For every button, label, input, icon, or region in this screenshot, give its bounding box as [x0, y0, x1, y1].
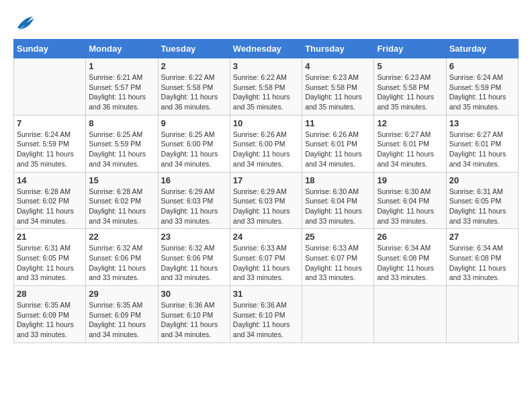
calendar-cell: 8Sunrise: 6:25 AM Sunset: 5:59 PM Daylig…: [86, 115, 158, 172]
calendar-cell: 20Sunrise: 6:31 AM Sunset: 6:05 PM Dayli…: [446, 172, 518, 229]
day-number: 3: [233, 61, 299, 71]
cell-info: Sunrise: 6:26 AM Sunset: 6:00 PM Dayligh…: [233, 130, 299, 169]
day-number: 7: [17, 118, 83, 128]
calendar-cell: 10Sunrise: 6:26 AM Sunset: 6:00 PM Dayli…: [230, 115, 302, 172]
calendar-cell: 6Sunrise: 6:24 AM Sunset: 5:59 PM Daylig…: [446, 58, 518, 116]
day-number: 10: [233, 118, 299, 128]
calendar-cell: 24Sunrise: 6:33 AM Sunset: 6:07 PM Dayli…: [230, 229, 302, 286]
calendar-cell: 19Sunrise: 6:30 AM Sunset: 6:04 PM Dayli…: [374, 172, 446, 229]
calendar-header-row: SundayMondayTuesdayWednesdayThursdayFrid…: [14, 40, 519, 58]
day-number: 28: [17, 289, 83, 299]
day-number: 13: [449, 118, 515, 128]
day-number: 9: [161, 118, 227, 128]
day-number: 24: [233, 232, 299, 242]
cell-info: Sunrise: 6:26 AM Sunset: 6:01 PM Dayligh…: [305, 130, 371, 169]
calendar-cell: 18Sunrise: 6:30 AM Sunset: 6:04 PM Dayli…: [302, 172, 374, 229]
day-number: 20: [449, 175, 515, 185]
day-number: 30: [161, 289, 227, 299]
cell-info: Sunrise: 6:23 AM Sunset: 5:58 PM Dayligh…: [377, 73, 443, 112]
cell-info: Sunrise: 6:25 AM Sunset: 5:59 PM Dayligh…: [89, 130, 154, 169]
day-number: 2: [161, 61, 227, 71]
calendar-cell: 31Sunrise: 6:36 AM Sunset: 6:10 PM Dayli…: [230, 286, 302, 343]
calendar-cell: 25Sunrise: 6:33 AM Sunset: 6:07 PM Dayli…: [302, 229, 374, 286]
day-number: 15: [89, 175, 154, 185]
day-number: 31: [233, 289, 299, 299]
calendar-week-row: 28Sunrise: 6:35 AM Sunset: 6:09 PM Dayli…: [14, 286, 519, 343]
calendar-cell: 12Sunrise: 6:27 AM Sunset: 6:01 PM Dayli…: [374, 115, 446, 172]
cell-info: Sunrise: 6:28 AM Sunset: 6:02 PM Dayligh…: [17, 187, 83, 226]
cell-info: Sunrise: 6:23 AM Sunset: 5:58 PM Dayligh…: [305, 73, 371, 112]
calendar-cell: 5Sunrise: 6:23 AM Sunset: 5:58 PM Daylig…: [374, 58, 446, 116]
calendar-cell: 11Sunrise: 6:26 AM Sunset: 6:01 PM Dayli…: [302, 115, 374, 172]
day-number: 1: [89, 61, 154, 71]
calendar: SundayMondayTuesdayWednesdayThursdayFrid…: [13, 39, 519, 343]
calendar-cell: [14, 58, 86, 116]
day-header-saturday: Saturday: [446, 40, 518, 58]
cell-info: Sunrise: 6:24 AM Sunset: 5:59 PM Dayligh…: [17, 130, 83, 169]
cell-info: Sunrise: 6:32 AM Sunset: 6:06 PM Dayligh…: [161, 243, 227, 283]
day-header-sunday: Sunday: [14, 40, 86, 58]
header: [13, 13, 519, 32]
day-number: 4: [305, 61, 371, 71]
calendar-cell: 15Sunrise: 6:28 AM Sunset: 6:02 PM Dayli…: [86, 172, 158, 229]
day-number: 18: [305, 175, 371, 185]
calendar-week-row: 14Sunrise: 6:28 AM Sunset: 6:02 PM Dayli…: [14, 172, 519, 229]
day-number: 12: [377, 118, 443, 128]
day-number: 22: [89, 232, 154, 242]
day-header-monday: Monday: [86, 40, 158, 58]
day-number: 25: [305, 232, 371, 242]
calendar-week-row: 21Sunrise: 6:31 AM Sunset: 6:05 PM Dayli…: [14, 229, 519, 286]
cell-info: Sunrise: 6:28 AM Sunset: 6:02 PM Dayligh…: [89, 187, 154, 226]
cell-info: Sunrise: 6:36 AM Sunset: 6:10 PM Dayligh…: [161, 300, 227, 340]
calendar-cell: 26Sunrise: 6:34 AM Sunset: 6:08 PM Dayli…: [374, 229, 446, 286]
calendar-cell: 29Sunrise: 6:35 AM Sunset: 6:09 PM Dayli…: [86, 286, 158, 343]
logo-bird-icon: [15, 13, 35, 32]
cell-info: Sunrise: 6:27 AM Sunset: 6:01 PM Dayligh…: [449, 130, 515, 169]
day-number: 26: [377, 232, 443, 242]
cell-info: Sunrise: 6:31 AM Sunset: 6:05 PM Dayligh…: [449, 187, 515, 226]
calendar-cell: [302, 286, 374, 343]
day-number: 5: [377, 61, 443, 71]
cell-info: Sunrise: 6:36 AM Sunset: 6:10 PM Dayligh…: [233, 300, 299, 340]
cell-info: Sunrise: 6:32 AM Sunset: 6:06 PM Dayligh…: [89, 243, 154, 283]
calendar-cell: 16Sunrise: 6:29 AM Sunset: 6:03 PM Dayli…: [158, 172, 230, 229]
day-header-wednesday: Wednesday: [230, 40, 302, 58]
calendar-cell: 14Sunrise: 6:28 AM Sunset: 6:02 PM Dayli…: [14, 172, 86, 229]
day-number: 16: [161, 175, 227, 185]
cell-info: Sunrise: 6:31 AM Sunset: 6:05 PM Dayligh…: [17, 243, 83, 283]
cell-info: Sunrise: 6:21 AM Sunset: 5:57 PM Dayligh…: [89, 73, 154, 112]
cell-info: Sunrise: 6:33 AM Sunset: 6:07 PM Dayligh…: [305, 243, 371, 283]
day-number: 21: [17, 232, 83, 242]
calendar-week-row: 7Sunrise: 6:24 AM Sunset: 5:59 PM Daylig…: [14, 115, 519, 172]
calendar-cell: 28Sunrise: 6:35 AM Sunset: 6:09 PM Dayli…: [14, 286, 86, 343]
logo: [13, 13, 35, 32]
cell-info: Sunrise: 6:34 AM Sunset: 6:08 PM Dayligh…: [377, 243, 443, 283]
calendar-cell: 13Sunrise: 6:27 AM Sunset: 6:01 PM Dayli…: [446, 115, 518, 172]
calendar-cell: [374, 286, 446, 343]
calendar-cell: [446, 286, 518, 343]
cell-info: Sunrise: 6:29 AM Sunset: 6:03 PM Dayligh…: [161, 187, 227, 226]
cell-info: Sunrise: 6:27 AM Sunset: 6:01 PM Dayligh…: [377, 130, 443, 169]
calendar-cell: 30Sunrise: 6:36 AM Sunset: 6:10 PM Dayli…: [158, 286, 230, 343]
day-number: 27: [449, 232, 515, 242]
cell-info: Sunrise: 6:29 AM Sunset: 6:03 PM Dayligh…: [233, 187, 299, 226]
calendar-cell: 9Sunrise: 6:25 AM Sunset: 6:00 PM Daylig…: [158, 115, 230, 172]
day-number: 19: [377, 175, 443, 185]
calendar-cell: 22Sunrise: 6:32 AM Sunset: 6:06 PM Dayli…: [86, 229, 158, 286]
cell-info: Sunrise: 6:35 AM Sunset: 6:09 PM Dayligh…: [89, 300, 154, 340]
cell-info: Sunrise: 6:33 AM Sunset: 6:07 PM Dayligh…: [233, 243, 299, 283]
cell-info: Sunrise: 6:35 AM Sunset: 6:09 PM Dayligh…: [17, 300, 83, 340]
cell-info: Sunrise: 6:22 AM Sunset: 5:58 PM Dayligh…: [233, 73, 299, 112]
cell-info: Sunrise: 6:24 AM Sunset: 5:59 PM Dayligh…: [449, 73, 515, 112]
calendar-week-row: 1Sunrise: 6:21 AM Sunset: 5:57 PM Daylig…: [14, 58, 519, 116]
cell-info: Sunrise: 6:30 AM Sunset: 6:04 PM Dayligh…: [305, 187, 371, 226]
cell-info: Sunrise: 6:25 AM Sunset: 6:00 PM Dayligh…: [161, 130, 227, 169]
cell-info: Sunrise: 6:22 AM Sunset: 5:58 PM Dayligh…: [161, 73, 227, 112]
day-header-friday: Friday: [374, 40, 446, 58]
cell-info: Sunrise: 6:34 AM Sunset: 6:08 PM Dayligh…: [449, 243, 515, 283]
calendar-cell: 2Sunrise: 6:22 AM Sunset: 5:58 PM Daylig…: [158, 58, 230, 116]
calendar-cell: 3Sunrise: 6:22 AM Sunset: 5:58 PM Daylig…: [230, 58, 302, 116]
day-number: 29: [89, 289, 154, 299]
calendar-cell: 1Sunrise: 6:21 AM Sunset: 5:57 PM Daylig…: [86, 58, 158, 116]
day-number: 6: [449, 61, 515, 71]
